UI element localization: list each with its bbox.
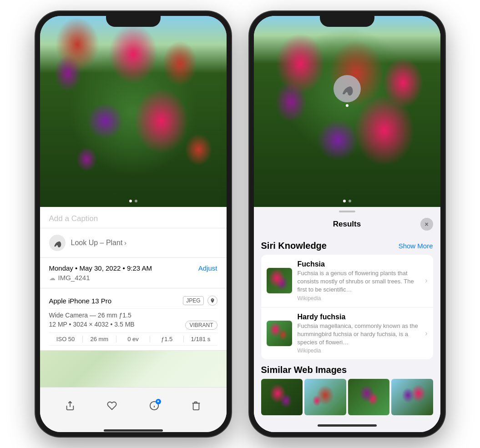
- hardy-fuchsia-chevron: ›: [425, 329, 427, 337]
- siri-knowledge-header: Siri Knowledge Show More: [261, 241, 433, 251]
- hardy-fuchsia-name: Hardy fuchsia: [298, 313, 420, 321]
- page-indicator: [129, 200, 137, 202]
- device-badges: JPEG: [183, 296, 217, 306]
- home-indicator: [40, 423, 227, 432]
- photo-info-section: Monday • May 30, 2022 • 9:23 AM Adjust ☁…: [40, 258, 227, 288]
- info-button[interactable]: ★: [149, 401, 159, 411]
- similar-images-title: Similar Web Images: [261, 365, 347, 375]
- exif-iso: ISO 50: [49, 336, 83, 342]
- knowledge-item-hardy-fuchsia[interactable]: Hardy fuchsia Fuchsia magellanica, commo…: [261, 307, 433, 360]
- fuchsia-source: Wikipedia: [298, 295, 420, 302]
- hardy-fuchsia-text: Hardy fuchsia Fuchsia magellanica, commo…: [298, 313, 420, 354]
- info-badge: ★: [156, 399, 161, 404]
- device-section: Apple iPhone 13 Pro JPEG Wide Camera — 2…: [40, 288, 227, 351]
- fuchsia-thumbnail: [267, 268, 292, 293]
- exif-row: ISO 50 26 mm 0 ev ƒ1.5 1/181 s: [49, 332, 217, 346]
- share-button[interactable]: [65, 401, 75, 411]
- left-phone: Add a Caption Look Up – Plant› Monday • …: [35, 11, 231, 437]
- drag-handle[interactable]: [339, 211, 355, 212]
- results-header: Results ×: [254, 214, 440, 235]
- adjust-button[interactable]: Adjust: [198, 264, 217, 272]
- delete-button[interactable]: [191, 401, 201, 411]
- home-bar: [104, 429, 163, 432]
- siri-knowledge-title: Siri Knowledge: [261, 241, 327, 251]
- siri-dot: [346, 104, 349, 107]
- device-row: Apple iPhone 13 Pro JPEG: [49, 293, 217, 309]
- page-dot-1: [129, 200, 132, 202]
- exif-mm: 26 mm: [83, 336, 116, 342]
- exif-aperture: ƒ1.5: [150, 336, 184, 342]
- hardy-fuchsia-thumbnail: [267, 321, 292, 346]
- close-button[interactable]: ×: [420, 218, 433, 231]
- right-page-indicator: [343, 200, 351, 202]
- filename-row: ☁ IMG_4241: [49, 274, 217, 282]
- right-flower-image: [254, 16, 440, 207]
- page-dot-2: [135, 200, 137, 202]
- caption-area[interactable]: Add a Caption: [40, 207, 227, 228]
- right-home-bar: [318, 424, 377, 427]
- date-text: Monday • May 30, 2022 • 9:23 AM: [49, 264, 152, 272]
- left-screen: Add a Caption Look Up – Plant› Monday • …: [40, 16, 227, 432]
- right-home-indicator: [254, 418, 440, 432]
- lookup-icon: [49, 235, 66, 251]
- right-page-dot-2: [349, 200, 351, 202]
- map-section[interactable]: [40, 351, 227, 387]
- cloud-icon: ☁: [49, 274, 56, 282]
- exif-ev: 0 ev: [116, 336, 150, 342]
- fuchsia-thumb-image: [267, 268, 292, 293]
- vibrant-row: 12 MP • 3024 × 4032 • 3.5 MB VIBRANT: [49, 321, 217, 330]
- fuchsia-chevron: ›: [425, 277, 427, 285]
- right-page-dot-1: [343, 200, 346, 202]
- fuchsia-name: Fuchsia: [298, 260, 420, 268]
- knowledge-item-fuchsia[interactable]: Fuchsia Fuchsia is a genus of flowering …: [261, 255, 433, 307]
- date-row: Monday • May 30, 2022 • 9:23 AM Adjust: [49, 264, 217, 272]
- hardy-thumb-image: [267, 321, 292, 346]
- fuchsia-description: Fuchsia is a genus of flowering plants t…: [298, 269, 420, 294]
- similar-image-1[interactable]: [261, 379, 303, 415]
- right-screen: Results × Siri Knowledge Show More: [254, 16, 440, 432]
- similar-images-section: Similar Web Images: [261, 365, 433, 415]
- show-more-button[interactable]: Show More: [399, 242, 433, 250]
- vibrant-badge: VIBRANT: [185, 321, 217, 330]
- hardy-fuchsia-source: Wikipedia: [298, 347, 420, 354]
- flower-image: [40, 16, 227, 207]
- results-content[interactable]: Siri Knowledge Show More Fuchsia Fuchsia…: [254, 235, 440, 418]
- lookup-row[interactable]: Look Up – Plant›: [40, 228, 227, 258]
- similar-images-header: Similar Web Images: [261, 365, 433, 375]
- bottom-toolbar: ★: [40, 387, 227, 423]
- right-photo-display[interactable]: [254, 16, 440, 207]
- results-panel: Results × Siri Knowledge Show More: [254, 207, 440, 432]
- right-phone: Results × Siri Knowledge Show More: [249, 11, 445, 437]
- camera-detail-1: Wide Camera — 26 mm ƒ1.5: [49, 312, 217, 319]
- similar-image-3[interactable]: [348, 379, 390, 415]
- results-title: Results: [274, 220, 420, 229]
- photo-display[interactable]: [40, 16, 227, 207]
- hardy-fuchsia-description: Fuchsia magellanica, commonly known as t…: [298, 322, 420, 347]
- exif-shutter: 1/181 s: [184, 336, 217, 342]
- device-name: Apple iPhone 13 Pro: [49, 297, 112, 305]
- jpeg-badge: JPEG: [183, 296, 203, 305]
- knowledge-card: Fuchsia Fuchsia is a genus of flowering …: [261, 255, 433, 359]
- favorite-button[interactable]: [107, 401, 117, 411]
- camera-details: Wide Camera — 26 mm ƒ1.5 12 MP • 3024 × …: [49, 309, 217, 332]
- lookup-label: Look Up – Plant›: [71, 239, 127, 247]
- fuchsia-text: Fuchsia Fuchsia is a genus of flowering …: [298, 260, 420, 302]
- map-background: [40, 351, 227, 387]
- filename: IMG_4241: [58, 274, 90, 282]
- siri-visual-indicator: [333, 75, 361, 102]
- camera-detail-2: 12 MP • 3024 × 4032 • 3.5 MB: [49, 321, 135, 328]
- location-icon: [207, 296, 217, 306]
- caption-placeholder: Add a Caption: [49, 214, 98, 223]
- similar-image-4[interactable]: [391, 379, 433, 415]
- similar-image-2[interactable]: [304, 379, 346, 415]
- similar-images-grid: [261, 379, 433, 415]
